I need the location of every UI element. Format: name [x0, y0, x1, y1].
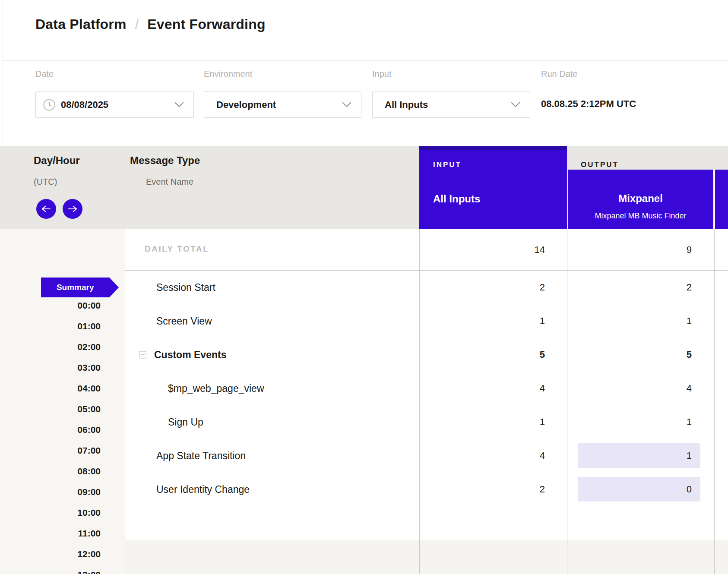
run-date-label: Run Date	[541, 69, 578, 79]
hour-label[interactable]: 08:00	[0, 466, 101, 477]
daily-total-input-value: 14	[419, 229, 567, 271]
output-value: 0	[568, 473, 713, 506]
hour-label[interactable]: 13:00	[0, 569, 101, 574]
row-label: Sign Up	[168, 416, 203, 428]
next-day-button[interactable]	[63, 199, 82, 219]
input-value: 2	[419, 271, 567, 304]
environment-dropdown-value: Development	[216, 99, 276, 110]
input-value: 4	[419, 372, 567, 405]
output-value-highlight: 1	[578, 443, 700, 468]
environment-filter-label: Environment	[204, 69, 252, 79]
event-name-subheader: Event Name	[146, 177, 193, 187]
table-row: Screen View11	[125, 304, 728, 338]
message-type-header: Message Type	[130, 155, 200, 167]
summary-row-badge[interactable]: Summary	[41, 278, 119, 297]
daily-total-label: DAILY TOTAL	[145, 244, 209, 254]
header-divider	[3, 60, 728, 61]
previous-day-button[interactable]	[36, 199, 56, 219]
input-value: 4	[419, 439, 567, 473]
grid-footer-band	[125, 540, 728, 574]
row-label: Session Start	[156, 282, 215, 293]
environment-dropdown[interactable]: Development	[204, 91, 361, 118]
row-label: $mp_web_page_view	[168, 383, 264, 394]
chevron-down-icon	[342, 102, 351, 107]
table-row: $mp_web_page_view44	[125, 372, 728, 405]
breadcrumb-separator: /	[135, 17, 139, 32]
arrow-left-icon	[41, 205, 51, 212]
table-row: User Identity Change20	[125, 473, 728, 506]
output-value-highlight: 0	[578, 477, 700, 501]
output-value: 5	[568, 338, 713, 372]
date-dropdown-value: 08/08/2025	[61, 99, 108, 110]
day-hour-header: Day/Hour	[34, 155, 80, 167]
date-dropdown[interactable]: 08/08/2025	[35, 91, 194, 118]
run-date-value: 08.08.25 2:12PM UTC	[541, 98, 636, 110]
row-label: Screen View	[156, 315, 212, 327]
hour-label[interactable]: 00:00	[0, 300, 101, 311]
hour-label[interactable]: 12:00	[0, 549, 101, 560]
row-label: App State Transition	[156, 450, 246, 462]
day-hour-timezone: (UTC)	[34, 177, 57, 187]
output-value: 1	[568, 304, 713, 338]
row-label: User Identity Change	[156, 484, 250, 495]
collapse-icon[interactable]	[139, 351, 146, 359]
hour-label[interactable]: 05:00	[0, 404, 101, 415]
breadcrumb-section[interactable]: Data Platform	[35, 16, 127, 32]
input-value: 1	[419, 304, 567, 338]
table-row: App State Transition41	[125, 439, 728, 473]
input-column-header[interactable]	[419, 146, 567, 229]
output-value: 2	[568, 271, 713, 304]
chevron-down-icon	[511, 102, 520, 107]
input-column-name: All Inputs	[433, 193, 480, 205]
output-value: 4	[568, 372, 713, 405]
output-column-name: Mixpanel	[568, 192, 713, 205]
date-filter-label: Date	[35, 69, 54, 79]
breadcrumb: Data Platform / Event Forwarding	[35, 16, 266, 32]
arrow-right-icon	[68, 205, 77, 212]
clock-icon	[43, 98, 56, 111]
hour-label[interactable]: 02:00	[0, 341, 101, 353]
input-column-label: INPUT	[433, 161, 462, 169]
output-value: 1	[568, 405, 713, 439]
table-rows: Session Start22Screen View11Custom Event…	[125, 271, 728, 506]
summary-row-label: Summary	[41, 278, 109, 297]
daily-total-output-value: 9	[568, 229, 713, 271]
output-column-label: OUTPUT	[581, 161, 619, 169]
hour-label[interactable]: 07:00	[0, 445, 101, 456]
hour-label[interactable]: 04:00	[0, 383, 101, 394]
input-value: 5	[419, 338, 567, 372]
table-row: Custom Events55	[125, 338, 728, 372]
hour-label[interactable]: 10:00	[0, 507, 101, 518]
input-value: 2	[419, 473, 567, 506]
event-forwarding-page: Data Platform / Event Forwarding Date En…	[0, 0, 728, 574]
table-row: Sign Up11	[125, 405, 728, 439]
input-dropdown-value: All Inputs	[385, 99, 428, 110]
chevron-down-icon	[174, 102, 184, 107]
output-column-subtitle: Mixpanel MB Music Finder	[568, 211, 713, 221]
hour-label[interactable]: 09:00	[0, 486, 101, 498]
input-dropdown[interactable]: All Inputs	[372, 91, 530, 118]
hour-label[interactable]: 03:00	[0, 362, 101, 373]
input-filter-label: Input	[372, 69, 391, 79]
input-value: 1	[419, 405, 567, 439]
input-column-scroll-indicator	[419, 146, 567, 150]
page-title: Event Forwarding	[147, 16, 265, 32]
hour-label[interactable]: 01:00	[0, 321, 101, 332]
row-label: Custom Events	[154, 349, 226, 361]
output-value: 1	[568, 439, 713, 473]
hour-label[interactable]: 11:00	[0, 528, 101, 539]
hour-label[interactable]: 06:00	[0, 424, 101, 435]
table-row: Session Start22	[125, 271, 728, 304]
next-output-column-partial[interactable]	[715, 170, 728, 229]
